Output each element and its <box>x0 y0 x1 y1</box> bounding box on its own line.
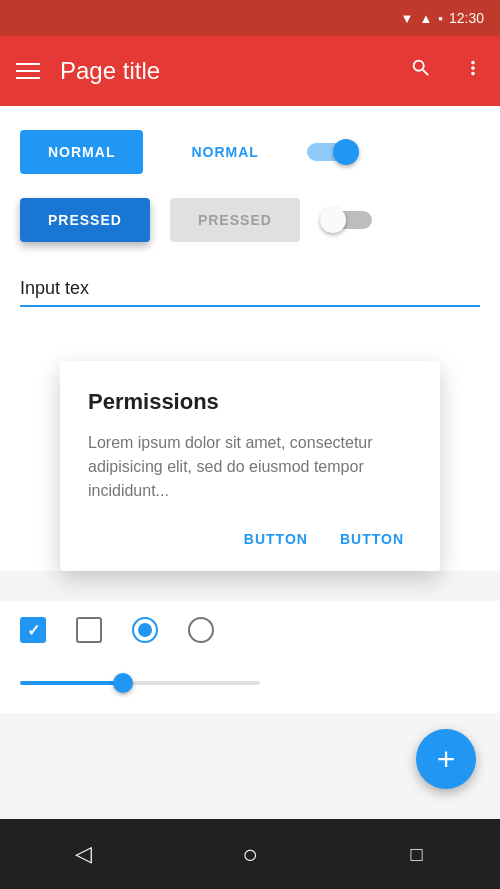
home-nav-icon[interactable]: ○ <box>230 834 270 874</box>
dialog-backdrop: Permissions Lorem ipsum dolor sit amet, … <box>0 361 500 571</box>
toggle-off[interactable] <box>320 205 372 235</box>
toggle-off-thumb <box>320 207 346 233</box>
page-title: Page title <box>60 57 390 85</box>
bottom-nav: ◁ ○ □ <box>0 819 500 889</box>
status-bar: ▼ ▲ ▪ 12:30 <box>0 0 500 36</box>
pressed-flat-button[interactable]: PRESSED <box>170 198 300 242</box>
fab-button[interactable]: + <box>416 729 476 789</box>
slider-thumb[interactable] <box>113 673 133 693</box>
wifi-icon: ▼ <box>401 11 414 26</box>
input-container <box>20 272 480 307</box>
pressed-buttons-row: PRESSED PRESSED <box>20 198 480 242</box>
slider[interactable] <box>20 673 260 693</box>
normal-filled-button[interactable]: NORMAL <box>20 130 143 174</box>
dialog-buttons: BUTTON BUTTON <box>88 523 412 555</box>
normal-buttons-row: NORMAL NORMAL <box>20 130 480 174</box>
status-time: 12:30 <box>449 10 484 26</box>
app-bar: Page title <box>0 36 500 106</box>
recent-nav-icon[interactable]: □ <box>397 834 437 874</box>
normal-flat-button[interactable]: NORMAL <box>163 130 286 174</box>
radio-unselected[interactable] <box>188 617 214 643</box>
radio-selected[interactable] <box>132 617 158 643</box>
fab-plus-icon: + <box>437 743 456 775</box>
search-icon[interactable] <box>410 57 432 85</box>
status-icons: ▼ ▲ ▪ 12:30 <box>401 10 484 26</box>
dialog-button-2[interactable]: BUTTON <box>332 523 412 555</box>
battery-icon: ▪ <box>438 11 443 26</box>
dialog-title: Permissions <box>88 389 412 415</box>
dialog-body: Lorem ipsum dolor sit amet, consectetur … <box>88 431 412 503</box>
more-vert-icon[interactable] <box>462 57 484 85</box>
toggle-on-thumb <box>333 139 359 165</box>
slider-track-fill <box>20 681 123 685</box>
checkbox-unchecked[interactable] <box>76 617 102 643</box>
signal-icon: ▲ <box>419 11 432 26</box>
pressed-filled-button[interactable]: PRESSED <box>20 198 150 242</box>
permissions-dialog: Permissions Lorem ipsum dolor sit amet, … <box>60 361 440 571</box>
dialog-button-1[interactable]: BUTTON <box>236 523 316 555</box>
text-input[interactable] <box>20 272 480 307</box>
main-content: NORMAL NORMAL PRESSED PRESSED <box>0 106 500 361</box>
checkbox-checked[interactable] <box>20 617 46 643</box>
controls-row <box>0 601 500 659</box>
slider-row <box>0 659 500 713</box>
back-nav-icon[interactable]: ◁ <box>63 834 103 874</box>
toggle-on[interactable] <box>307 137 359 167</box>
menu-icon[interactable] <box>16 63 40 79</box>
